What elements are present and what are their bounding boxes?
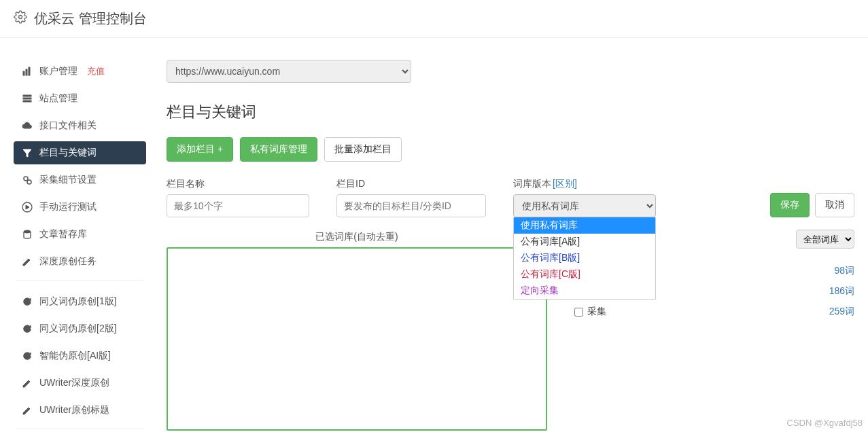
svg-rect-2 xyxy=(26,69,27,75)
stat-count: 98词 xyxy=(834,265,854,277)
sidebar-item-sites[interactable]: 站点管理 xyxy=(14,87,146,110)
version-option[interactable]: 公有词库[C版] xyxy=(514,266,655,283)
sidebar-item-account[interactable]: 账户管理 充值 xyxy=(14,60,146,83)
form-actions: 保存 取消 xyxy=(770,178,854,217)
sidebar-item-settings[interactable]: 采集细节设置 xyxy=(14,168,146,192)
form-col-name: 栏目名称 xyxy=(167,178,309,217)
stat-line: 采集 259词 xyxy=(574,302,854,322)
sidebar-item-label: 深度原创任务 xyxy=(39,255,97,268)
section-title: 栏目与关键词 xyxy=(167,102,854,122)
column-name-label: 栏目名称 xyxy=(167,178,309,190)
save-button[interactable]: 保存 xyxy=(770,193,810,217)
sidebar-item-label: 栏目与关键词 xyxy=(39,147,97,159)
cloud-icon xyxy=(22,120,33,131)
sidebar-item-keywords[interactable]: 栏目与关键词 xyxy=(14,141,146,164)
sidebar-item-uwriter-title[interactable]: UWriter原创标题 xyxy=(14,399,146,422)
svg-point-0 xyxy=(19,16,22,19)
version-select-wrap: 使用私有词库 使用私有词库 公有词库[A版] 公有词库[B版] 公有词库[C版]… xyxy=(513,194,656,217)
version-label: 词库版本 [区别] xyxy=(513,178,656,190)
edit-icon xyxy=(22,405,33,416)
db-icon xyxy=(22,229,33,240)
version-option[interactable]: 定向采集 xyxy=(514,283,655,299)
sidebar: 账户管理 充值 站点管理 接口文件相关 栏目与关键词 采集细节设置 手动运行测试… xyxy=(0,38,146,432)
site-select[interactable]: https://www.ucaiyun.com xyxy=(167,60,411,83)
action-buttons: 添加栏目 + 私有词库管理 批量添加栏目 xyxy=(167,137,854,162)
stat-count: 186词 xyxy=(829,285,854,298)
page-title: 优采云 管理控制台 xyxy=(34,10,147,28)
version-diff-link[interactable]: [区别] xyxy=(553,178,577,190)
main-content: https://www.ucaiyun.com 栏目与关键词 添加栏目 + 私有… xyxy=(146,38,868,432)
filter-icon xyxy=(22,147,33,158)
middle-row: 已选词库(自动去重) 全部词库 98词 伪原创 186 xyxy=(167,231,854,431)
version-option[interactable]: 公有词库[B版] xyxy=(514,250,655,266)
sidebar-item-label: 接口文件相关 xyxy=(39,120,97,132)
sidebar-divider xyxy=(16,280,143,281)
edit-icon xyxy=(22,378,33,389)
sidebar-item-badge: 充值 xyxy=(87,65,105,77)
sidebar-item-syn1[interactable]: 同义词伪原创[1版] xyxy=(14,290,146,313)
form-col-id: 栏目ID xyxy=(336,178,486,217)
version-dropdown: 使用私有词库 公有词库[A版] 公有词库[B版] 公有词库[C版] 定向采集 xyxy=(513,217,656,300)
column-id-input[interactable] xyxy=(336,194,486,217)
sidebar-item-uwriter-deep[interactable]: UWriter深度原创 xyxy=(14,372,146,395)
refresh-icon xyxy=(22,350,33,361)
svg-rect-3 xyxy=(29,67,30,75)
sidebar-item-label: 同义词伪原创[1版] xyxy=(39,295,117,308)
sidebar-item-label: 智能伪原创[AI版] xyxy=(39,350,111,362)
form-row: 栏目名称 栏目ID 词库版本 [区别] 使用私有词库 使用私有词库 xyxy=(167,178,854,217)
batch-add-button[interactable]: 批量添加栏目 xyxy=(324,137,402,162)
list-icon xyxy=(22,93,33,104)
gears-icon xyxy=(22,175,33,185)
version-option[interactable]: 公有词库[A版] xyxy=(514,234,655,250)
column-id-label: 栏目ID xyxy=(336,178,486,190)
sidebar-item-storage[interactable]: 文章暂存库 xyxy=(14,223,146,246)
edit-icon xyxy=(22,256,33,267)
version-option[interactable]: 使用私有词库 xyxy=(514,217,655,234)
cancel-button[interactable]: 取消 xyxy=(815,193,854,217)
sidebar-item-label: 采集细节设置 xyxy=(39,174,97,186)
svg-point-7 xyxy=(24,177,28,181)
sidebar-item-label: 站点管理 xyxy=(39,92,77,105)
sidebar-item-label: 账户管理 xyxy=(39,65,77,77)
sidebar-item-label: 文章暂存库 xyxy=(39,228,87,240)
svg-point-10 xyxy=(24,230,31,233)
sidebar-item-label: UWriter深度原创 xyxy=(39,377,109,389)
svg-rect-4 xyxy=(23,95,31,96)
refresh-icon xyxy=(22,323,33,334)
form-col-version: 词库版本 [区别] 使用私有词库 使用私有词库 公有词库[A版] 公有词库[B版… xyxy=(513,178,656,217)
stat-label: 采集 xyxy=(587,306,606,318)
selected-panel: 已选词库(自动去重) xyxy=(167,231,547,431)
selected-box[interactable] xyxy=(167,247,547,431)
gear-icon xyxy=(14,10,27,27)
stat-checkbox[interactable] xyxy=(574,308,583,317)
page-header: 优采云 管理控制台 xyxy=(0,0,868,38)
sidebar-item-label: 同义词伪原创[2版] xyxy=(39,323,117,335)
column-name-input[interactable] xyxy=(167,194,309,217)
sidebar-item-ai[interactable]: 智能伪原创[AI版] xyxy=(14,344,146,367)
svg-point-8 xyxy=(27,180,31,184)
sidebar-item-label: 手动运行测试 xyxy=(39,201,97,213)
private-lib-button[interactable]: 私有词库管理 xyxy=(240,137,317,162)
svg-rect-1 xyxy=(23,71,24,75)
sidebar-item-syn2[interactable]: 同义词伪原创[2版] xyxy=(14,317,146,340)
version-select[interactable]: 使用私有词库 xyxy=(513,194,656,217)
version-label-text: 词库版本 xyxy=(513,178,551,190)
refresh-icon xyxy=(22,296,33,307)
sidebar-item-label: UWriter原创标题 xyxy=(39,404,109,416)
sidebar-item-api[interactable]: 接口文件相关 xyxy=(14,114,146,137)
chart-icon xyxy=(22,66,33,77)
play-icon xyxy=(22,202,33,213)
selected-panel-title: 已选词库(自动去重) xyxy=(167,231,547,243)
add-column-button[interactable]: 添加栏目 + xyxy=(167,137,233,162)
sidebar-item-tasks[interactable]: 深度原创任务 xyxy=(14,250,146,273)
stat-count: 259词 xyxy=(829,306,854,318)
svg-rect-6 xyxy=(23,101,31,102)
filter-select[interactable]: 全部词库 xyxy=(796,230,854,249)
sidebar-item-run[interactable]: 手动运行测试 xyxy=(14,196,146,219)
sidebar-divider xyxy=(16,429,143,429)
svg-rect-5 xyxy=(23,98,31,99)
